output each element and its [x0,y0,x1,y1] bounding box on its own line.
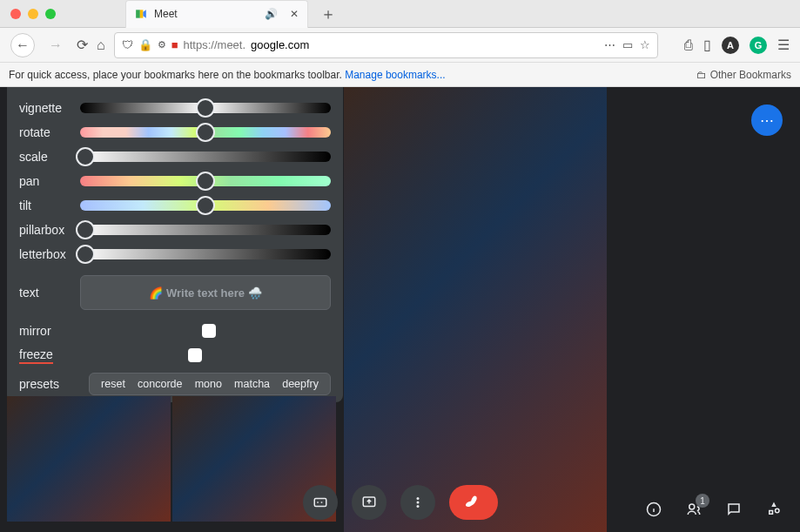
preset-concorde[interactable]: concorde [138,378,182,390]
rotate-slider[interactable] [80,127,331,138]
tab-title: Meet [154,8,178,20]
window-controls [10,9,56,19]
svg-point-6 [416,502,419,504]
svg-point-5 [416,497,419,500]
home-button[interactable]: ⌂ [97,37,105,53]
preset-deepfry[interactable]: deepfry [282,378,319,390]
manage-bookmarks-link[interactable]: Manage bookmarks... [345,69,445,81]
text-input[interactable]: 🌈 Write text here 🌧️ [80,275,331,310]
svg-point-9 [689,504,695,509]
minimize-window-button[interactable] [28,9,38,19]
pan-slider[interactable] [80,176,331,186]
pan-label: pan [19,174,80,188]
vignette-label: vignette [19,101,80,115]
reader-icon[interactable]: ▭ [622,38,633,51]
freeze-checkbox[interactable] [188,348,202,362]
permissions-icon: ⚙ [158,39,166,51]
preset-reset[interactable]: reset [101,378,125,390]
effects-panel: vignette rotate scale pan tilt pillarbox… [7,87,343,402]
slider-row-pan: pan [19,169,331,193]
slider-row-letterbox: letterbox [19,242,331,266]
reload-button[interactable]: ⟳ [77,37,88,53]
browser-tab[interactable]: Meet 🔊 ✕ [125,0,308,28]
vignette-slider[interactable] [80,103,331,113]
vignette-slider-thumb[interactable] [196,98,215,118]
scale-label: scale [19,150,80,164]
pillarbox-slider-thumb[interactable] [76,220,95,239]
tilt-slider-thumb[interactable] [196,196,215,215]
close-window-button[interactable] [10,9,21,19]
pillarbox-slider[interactable] [80,225,331,235]
url-prefix: https://meet. [184,38,246,51]
meeting-info-button[interactable] [643,499,664,520]
folder-icon: 🗀 [696,69,707,81]
meet-area: ⋯ vignette rotate scale pan tilt pillarb… [0,87,800,532]
bookmark-star-icon[interactable]: ☆ [640,38,650,51]
preset-buttons: reset concorde mono matcha deepfry [89,373,331,395]
bookmark-hint: For quick access, place your bookmarks h… [9,69,345,81]
window-titlebar: Meet 🔊 ✕ ＋ [0,0,800,28]
slider-row-vignette: vignette [19,96,331,120]
tilt-slider[interactable] [80,200,331,211]
url-domain: google.com [251,38,309,51]
menu-button[interactable]: ☰ [777,37,790,53]
freeze-label: freeze [19,347,53,364]
captions-button[interactable] [303,485,338,520]
preset-matcha[interactable]: matcha [234,378,270,390]
close-tab-button[interactable]: ✕ [290,8,299,20]
present-button[interactable] [352,485,387,520]
chat-button[interactable] [723,499,744,520]
scale-slider[interactable] [80,152,331,162]
svg-rect-3 [314,499,326,507]
slider-row-scale: scale [19,145,331,169]
hangup-button[interactable] [449,485,498,520]
rotate-slider-thumb[interactable] [196,123,215,142]
maximize-window-button[interactable] [45,9,56,19]
text-placeholder: 🌈 Write text here 🌧️ [149,286,261,300]
mirror-label: mirror [19,324,80,338]
slider-row-pillarbox: pillarbox [19,218,331,242]
forward-button[interactable]: → [44,33,68,57]
slider-row-rotate: rotate [19,120,331,145]
new-tab-button[interactable]: ＋ [320,3,336,24]
slider-row-tilt: tilt [19,193,331,218]
participant-count-badge: 1 [696,494,709,508]
text-label: text [19,286,80,300]
page-actions-icon[interactable]: ⋯ [604,38,615,51]
url-bar[interactable]: 🛡 🔒 ⚙ ■ https://meet.google.com ⋯ ▭ ☆ [114,32,658,58]
back-button[interactable]: ← [10,33,35,57]
sidebar-icon[interactable]: ▯ [703,37,711,53]
more-options-fab[interactable]: ⋯ [751,104,783,136]
svg-rect-0 [136,10,140,17]
pan-slider-thumb[interactable] [196,172,215,191]
bookmark-bar: For quick access, place your bookmarks h… [0,63,800,87]
lock-icon: 🔒 [138,38,152,51]
library-icon[interactable]: ⎙ [684,37,693,53]
pillarbox-label: pillarbox [19,223,80,237]
presets-label: presets [19,377,80,391]
more-button[interactable] [400,485,435,520]
other-bookmarks-folder[interactable]: 🗀 Other Bookmarks [696,69,791,81]
speaker-icon[interactable]: 🔊 [265,8,278,20]
people-button[interactable]: 1 [683,499,704,520]
mirror-checkbox[interactable] [202,324,216,338]
letterbox-label: letterbox [19,247,80,261]
scale-slider-thumb[interactable] [76,147,95,166]
letterbox-slider[interactable] [80,249,331,259]
rotate-label: rotate [19,125,80,139]
letterbox-slider-thumb[interactable] [76,245,95,264]
tilt-label: tilt [19,199,80,212]
account-icon[interactable]: A [722,37,739,54]
browser-toolbar: ← → ⟳ ⌂ 🛡 🔒 ⚙ ■ https://meet.google.com … [0,28,800,63]
main-video [344,87,607,532]
svg-point-7 [416,505,419,508]
meet-right-controls: 1 [643,499,784,520]
svg-rect-1 [140,10,144,17]
shield-icon: 🛡 [122,38,133,51]
camera-icon: ■ [171,38,178,51]
grammarly-icon[interactable]: G [750,37,767,54]
meet-favicon-icon [135,8,147,20]
preset-mono[interactable]: mono [195,378,222,390]
activities-button[interactable] [763,499,784,520]
